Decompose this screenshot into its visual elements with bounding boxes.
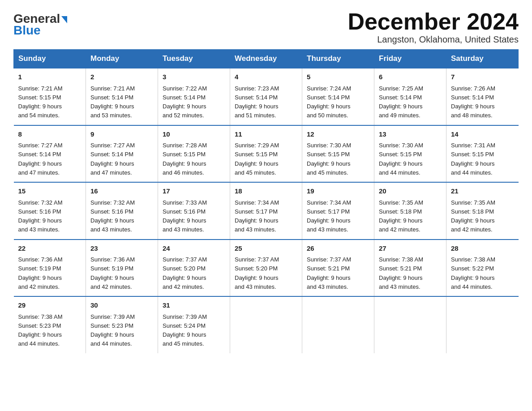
calendar-table: SundayMondayTuesdayWednesdayThursdayFrid…: [13, 49, 519, 353]
calendar-header-monday: Monday: [86, 50, 158, 68]
day-number: 20: [379, 186, 442, 197]
calendar-cell: [446, 296, 519, 353]
day-number: 28: [451, 244, 514, 254]
day-number: 30: [90, 300, 153, 311]
day-info: Sunrise: 7:38 AMSunset: 5:21 PMDaylight:…: [379, 256, 423, 290]
day-number: 2: [90, 72, 153, 82]
day-number: 11: [235, 129, 297, 140]
day-number: 21: [451, 186, 514, 197]
calendar-cell: 6 Sunrise: 7:25 AMSunset: 5:14 PMDayligh…: [374, 68, 446, 125]
calendar-cell: 30 Sunrise: 7:39 AMSunset: 5:23 PMDaylig…: [86, 296, 158, 353]
day-info: Sunrise: 7:24 AMSunset: 5:14 PMDaylight:…: [307, 85, 351, 119]
day-number: 8: [18, 129, 82, 140]
day-number: 14: [451, 129, 514, 140]
page-title: December 2024: [348, 9, 519, 34]
calendar-cell: 26 Sunrise: 7:37 AMSunset: 5:21 PMDaylig…: [302, 240, 374, 297]
day-number: 5: [307, 72, 369, 82]
day-number: 22: [18, 244, 82, 254]
day-info: Sunrise: 7:27 AMSunset: 5:14 PMDaylight:…: [18, 142, 63, 176]
day-info: Sunrise: 7:22 AMSunset: 5:14 PMDaylight:…: [163, 85, 207, 119]
calendar-cell: 8 Sunrise: 7:27 AMSunset: 5:14 PMDayligh…: [14, 125, 86, 183]
day-number: 27: [379, 244, 442, 254]
page-subtitle: Langston, Oklahoma, United States: [348, 34, 519, 45]
day-number: 26: [307, 244, 369, 254]
day-info: Sunrise: 7:28 AMSunset: 5:15 PMDaylight:…: [163, 142, 207, 176]
calendar-cell: 29 Sunrise: 7:38 AMSunset: 5:23 PMDaylig…: [14, 296, 86, 353]
day-number: 4: [235, 72, 297, 82]
calendar-cell: 2 Sunrise: 7:21 AMSunset: 5:14 PMDayligh…: [86, 68, 158, 125]
calendar-cell: 17 Sunrise: 7:33 AMSunset: 5:16 PMDaylig…: [158, 182, 230, 240]
calendar-cell: 12 Sunrise: 7:30 AMSunset: 5:15 PMDaylig…: [302, 125, 374, 183]
calendar-header-tuesday: Tuesday: [158, 50, 230, 68]
day-number: 3: [163, 72, 225, 82]
calendar-header-thursday: Thursday: [302, 50, 374, 68]
calendar-cell: 15 Sunrise: 7:32 AMSunset: 5:16 PMDaylig…: [14, 182, 86, 240]
calendar-cell: 19 Sunrise: 7:34 AMSunset: 5:17 PMDaylig…: [302, 182, 374, 240]
day-info: Sunrise: 7:27 AMSunset: 5:14 PMDaylight:…: [90, 142, 135, 176]
day-number: 10: [163, 129, 225, 140]
day-info: Sunrise: 7:33 AMSunset: 5:16 PMDaylight:…: [163, 199, 207, 233]
day-info: Sunrise: 7:25 AMSunset: 5:14 PMDaylight:…: [379, 85, 423, 119]
calendar-cell: 18 Sunrise: 7:34 AMSunset: 5:17 PMDaylig…: [230, 182, 302, 240]
day-number: 23: [90, 244, 153, 254]
calendar-week-row: 8 Sunrise: 7:27 AMSunset: 5:14 PMDayligh…: [14, 125, 519, 183]
day-number: 6: [379, 72, 442, 82]
logo: General Blue: [13, 13, 67, 37]
day-info: Sunrise: 7:38 AMSunset: 5:23 PMDaylight:…: [18, 313, 63, 347]
calendar-cell: 31 Sunrise: 7:39 AMSunset: 5:24 PMDaylig…: [158, 296, 230, 353]
day-info: Sunrise: 7:30 AMSunset: 5:15 PMDaylight:…: [307, 142, 351, 176]
calendar-cell: 24 Sunrise: 7:37 AMSunset: 5:20 PMDaylig…: [158, 240, 230, 297]
calendar-cell: 20 Sunrise: 7:35 AMSunset: 5:18 PMDaylig…: [374, 182, 446, 240]
logo-blue: Blue: [13, 24, 41, 37]
day-number: 12: [307, 129, 369, 140]
page-header: General Blue December 2024 Langston, Okl…: [13, 9, 519, 45]
day-number: 15: [18, 186, 82, 197]
logo-arrow-icon: [61, 16, 67, 23]
day-info: Sunrise: 7:34 AMSunset: 5:17 PMDaylight:…: [307, 199, 351, 233]
calendar-cell: 5 Sunrise: 7:24 AMSunset: 5:14 PMDayligh…: [302, 68, 374, 125]
day-info: Sunrise: 7:32 AMSunset: 5:16 PMDaylight:…: [90, 199, 135, 233]
calendar-cell: [230, 296, 302, 353]
day-number: 19: [307, 186, 369, 197]
day-info: Sunrise: 7:39 AMSunset: 5:24 PMDaylight:…: [163, 313, 207, 347]
calendar-cell: [374, 296, 446, 353]
day-info: Sunrise: 7:37 AMSunset: 5:20 PMDaylight:…: [163, 256, 207, 290]
day-info: Sunrise: 7:26 AMSunset: 5:14 PMDaylight:…: [451, 85, 495, 119]
calendar-cell: 11 Sunrise: 7:29 AMSunset: 5:15 PMDaylig…: [230, 125, 302, 183]
day-info: Sunrise: 7:21 AMSunset: 5:14 PMDaylight:…: [90, 85, 135, 119]
day-info: Sunrise: 7:31 AMSunset: 5:15 PMDaylight:…: [451, 142, 495, 176]
day-number: 31: [163, 300, 225, 311]
day-number: 1: [18, 72, 82, 82]
day-number: 9: [90, 129, 153, 140]
calendar-cell: 10 Sunrise: 7:28 AMSunset: 5:15 PMDaylig…: [158, 125, 230, 183]
calendar-cell: 14 Sunrise: 7:31 AMSunset: 5:15 PMDaylig…: [446, 125, 519, 183]
calendar-cell: 28 Sunrise: 7:38 AMSunset: 5:22 PMDaylig…: [446, 240, 519, 297]
calendar-cell: [302, 296, 374, 353]
calendar-cell: 7 Sunrise: 7:26 AMSunset: 5:14 PMDayligh…: [446, 68, 519, 125]
calendar-header-row: SundayMondayTuesdayWednesdayThursdayFrid…: [14, 50, 519, 68]
day-info: Sunrise: 7:35 AMSunset: 5:18 PMDaylight:…: [379, 199, 423, 233]
day-info: Sunrise: 7:38 AMSunset: 5:22 PMDaylight:…: [451, 256, 495, 290]
calendar-header-friday: Friday: [374, 50, 446, 68]
calendar-cell: 1 Sunrise: 7:21 AMSunset: 5:15 PMDayligh…: [14, 68, 86, 125]
calendar-cell: 27 Sunrise: 7:38 AMSunset: 5:21 PMDaylig…: [374, 240, 446, 297]
calendar-header-saturday: Saturday: [446, 50, 519, 68]
calendar-cell: 22 Sunrise: 7:36 AMSunset: 5:19 PMDaylig…: [14, 240, 86, 297]
day-info: Sunrise: 7:37 AMSunset: 5:20 PMDaylight:…: [235, 256, 279, 290]
day-number: 24: [163, 244, 225, 254]
day-number: 29: [18, 300, 82, 311]
title-block: December 2024 Langston, Oklahoma, United…: [348, 9, 519, 45]
day-info: Sunrise: 7:29 AMSunset: 5:15 PMDaylight:…: [235, 142, 279, 176]
day-info: Sunrise: 7:36 AMSunset: 5:19 PMDaylight:…: [90, 256, 135, 290]
day-info: Sunrise: 7:39 AMSunset: 5:23 PMDaylight:…: [90, 313, 135, 347]
calendar-header-wednesday: Wednesday: [230, 50, 302, 68]
calendar-cell: 16 Sunrise: 7:32 AMSunset: 5:16 PMDaylig…: [86, 182, 158, 240]
day-number: 7: [451, 72, 514, 82]
day-number: 18: [235, 186, 297, 197]
day-number: 13: [379, 129, 442, 140]
day-info: Sunrise: 7:23 AMSunset: 5:14 PMDaylight:…: [235, 85, 279, 119]
day-info: Sunrise: 7:35 AMSunset: 5:18 PMDaylight:…: [451, 199, 495, 233]
day-number: 16: [90, 186, 153, 197]
day-info: Sunrise: 7:30 AMSunset: 5:15 PMDaylight:…: [379, 142, 423, 176]
calendar-cell: 23 Sunrise: 7:36 AMSunset: 5:19 PMDaylig…: [86, 240, 158, 297]
